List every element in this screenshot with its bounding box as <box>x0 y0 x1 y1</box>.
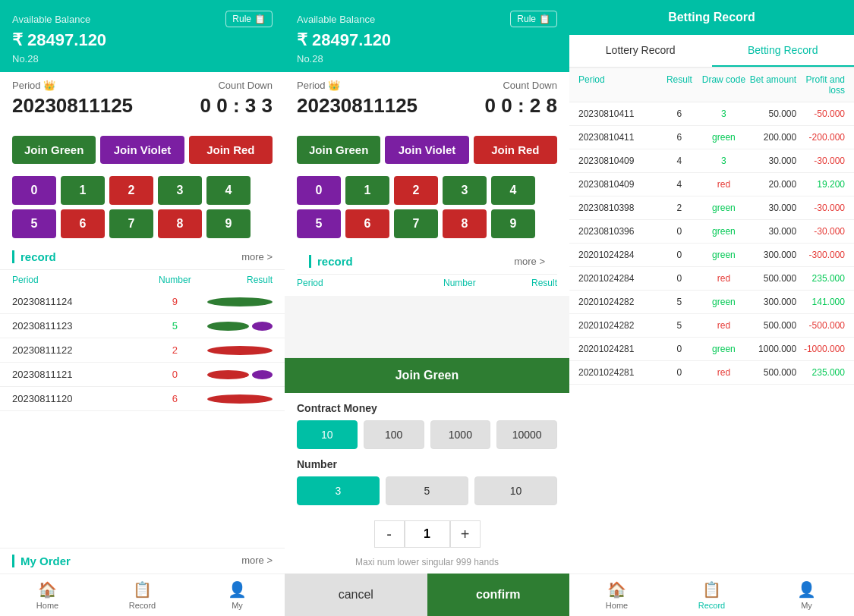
panel-right: Betting Record Lottery Record Betting Re… <box>569 0 854 616</box>
bet-row: 20201024284 0 green 300.000 -300.000 <box>569 244 854 267</box>
contract-10000-button[interactable]: 10000 <box>496 420 557 449</box>
panel1-record-row: 20230811120 6 <box>0 387 285 411</box>
contract-100-button[interactable]: 100 <box>364 420 424 449</box>
panel1-my-order: My Order more > <box>0 548 285 574</box>
number-5-button[interactable]: 5 <box>386 476 468 505</box>
panel2-num-7[interactable]: 7 <box>394 209 438 238</box>
number-section: Number 3 5 10 <box>285 458 569 514</box>
cancel-button[interactable]: cancel <box>285 574 427 616</box>
panel1-my-order-title: My Order <box>12 555 71 567</box>
bet-row: 20230810396 0 green 30.000 -30.000 <box>569 220 854 244</box>
number-3-button[interactable]: 3 <box>297 476 380 505</box>
panel1-period-label: Period 👑 <box>12 80 55 91</box>
panel1-join-buttons: Join Green Join Violet Join Red <box>0 128 285 170</box>
bet-row: 20230810398 2 green 30.000 -30.000 <box>569 196 854 220</box>
modal-join-green-button[interactable]: Join Green <box>285 358 569 393</box>
panel2-more-link[interactable]: more > <box>514 256 545 267</box>
stepper-plus-button[interactable]: + <box>450 520 481 548</box>
contract-10-button[interactable]: 10 <box>297 420 358 449</box>
col-draw-header: Draw code <box>700 74 748 96</box>
panel1-nav-my[interactable]: 👤 My <box>190 574 285 616</box>
panel3-nav-my[interactable]: 👤 My <box>759 574 854 616</box>
panel1-num-1[interactable]: 1 <box>61 176 105 205</box>
panel1-num-0[interactable]: 0 <box>12 176 56 205</box>
tab-row: Lottery Record Betting Record <box>569 35 854 68</box>
contract-1000-button[interactable]: 1000 <box>430 420 491 449</box>
panel1-more-link[interactable]: more > <box>241 251 273 262</box>
panel2-num-3[interactable]: 3 <box>443 176 487 205</box>
number-buttons: 3 5 10 <box>297 476 557 505</box>
panel1-join-green-button[interactable]: Join Green <box>12 136 96 164</box>
panel2-rule-button[interactable]: Rule 📋 <box>510 11 557 27</box>
panel1-join-red-button[interactable]: Join Red <box>189 136 273 164</box>
panel2-num-6[interactable]: 6 <box>345 209 389 238</box>
panel2-num-1[interactable]: 1 <box>345 176 389 205</box>
stepper-row: - 1 + <box>285 514 569 554</box>
bet-row: 20201024282 5 red 500.000 -500.000 <box>569 314 854 338</box>
bet-row: 20201024281 0 red 500.000 235.000 <box>569 361 854 385</box>
stepper-value: 1 <box>405 520 450 548</box>
bet-row: 20201024284 0 red 500.000 235.000 <box>569 267 854 291</box>
panel1-num-4[interactable]: 4 <box>206 176 251 205</box>
bet-table-body: 20230810411 6 3 50.000 -50.000 202308104… <box>569 102 854 574</box>
panel2-no: No.28 <box>297 53 557 64</box>
panel1-countdown: 0 0 : 3 3 <box>200 94 273 118</box>
record-icon: 📋 <box>702 580 721 599</box>
panel1-num-2[interactable]: 2 <box>109 176 153 205</box>
bet-table-header: Period Result Draw code Bet amount Profi… <box>569 68 854 102</box>
tab-lottery-record[interactable]: Lottery Record <box>569 35 712 67</box>
bet-row: 20230810411 6 green 200.000 -200.000 <box>569 126 854 149</box>
panel1-table-header: Period Number Result <box>0 270 285 290</box>
panel2-join-green-button[interactable]: Join Green <box>297 136 380 164</box>
my-icon: 👤 <box>797 580 816 599</box>
modal-bottom-buttons: cancel confirm <box>285 574 569 616</box>
panel2-join-red-button[interactable]: Join Red <box>474 136 557 164</box>
panel-middle: Available Balance Rule 📋 ₹ 28497.120 No.… <box>285 0 569 616</box>
number-10-button[interactable]: 10 <box>474 476 557 505</box>
panel2-countdown-label: Count Down <box>503 80 557 91</box>
panel2-num-0[interactable]: 0 <box>297 176 341 205</box>
panel3-nav-home[interactable]: 🏠 Home <box>569 574 664 616</box>
panel1-nav-home[interactable]: 🏠 Home <box>0 574 95 616</box>
panel1-record-section: record more > Period Number Result 20230… <box>0 244 285 548</box>
panel2-num-5[interactable]: 5 <box>297 209 341 238</box>
panel1-countdown-label: Count Down <box>218 80 273 91</box>
panel1-num-5[interactable]: 5 <box>12 209 56 238</box>
panel1-rule-button[interactable]: Rule 📋 <box>225 11 273 27</box>
panel2-record-header: record more > Period Number Result <box>285 244 569 296</box>
panel2-join-buttons: Join Green Join Violet Join Red <box>285 128 569 170</box>
panel1-my-order-more[interactable]: more > <box>241 555 273 567</box>
panel3-bottom-nav: 🏠 Home 📋 Record 👤 My <box>569 574 854 616</box>
panel2-record-title: record <box>309 255 353 268</box>
panel2-num-2[interactable]: 2 <box>394 176 438 205</box>
panel1-num-6[interactable]: 6 <box>61 209 105 238</box>
panel2-balance-label: Available Balance <box>297 14 375 25</box>
panel1-record-row: 20230811122 2 <box>0 338 285 363</box>
panel2-join-violet-button[interactable]: Join Violet <box>385 136 468 164</box>
panel1-num-9[interactable]: 9 <box>206 209 251 238</box>
contract-buttons: 10 100 1000 10000 <box>297 420 557 449</box>
panel2-num-8[interactable]: 8 <box>443 209 487 238</box>
panel3-nav-record[interactable]: 📋 Record <box>664 574 759 616</box>
panel1-num-8[interactable]: 8 <box>158 209 202 238</box>
tab-betting-record[interactable]: Betting Record <box>712 35 855 67</box>
modal-overlay: Join Green Contract Money 10 100 1000 10… <box>285 357 569 616</box>
panel2-num-4[interactable]: 4 <box>491 176 535 205</box>
panel1-num-3[interactable]: 3 <box>158 176 202 205</box>
panel1-join-violet-button[interactable]: Join Violet <box>100 136 184 164</box>
confirm-button[interactable]: confirm <box>427 574 570 616</box>
panel1-num-7[interactable]: 7 <box>109 209 153 238</box>
panel1-period-section: Period 👑 Count Down 20230811125 0 0 : 3 … <box>0 72 285 128</box>
panel2-num-9[interactable]: 9 <box>491 209 535 238</box>
stepper-minus-button[interactable]: - <box>374 520 405 548</box>
bet-row: 20230810409 4 3 30.000 -30.000 <box>569 149 854 173</box>
panel2-period-label: Period 👑 <box>297 80 340 91</box>
max-note: Maxi num lower singular 999 hands <box>285 554 569 574</box>
col-result-header: Result <box>659 74 699 96</box>
panel2-number-grid: 0 1 2 3 4 5 6 7 8 9 <box>285 170 569 244</box>
col-period-header: Period <box>578 74 659 96</box>
panel1-record-row: 20230811123 5 <box>0 314 285 338</box>
panel1-period-num: 20230811125 <box>12 94 133 118</box>
panel1-nav-record[interactable]: 📋 Record <box>95 574 190 616</box>
bet-row: 20230810411 6 3 50.000 -50.000 <box>569 102 854 126</box>
